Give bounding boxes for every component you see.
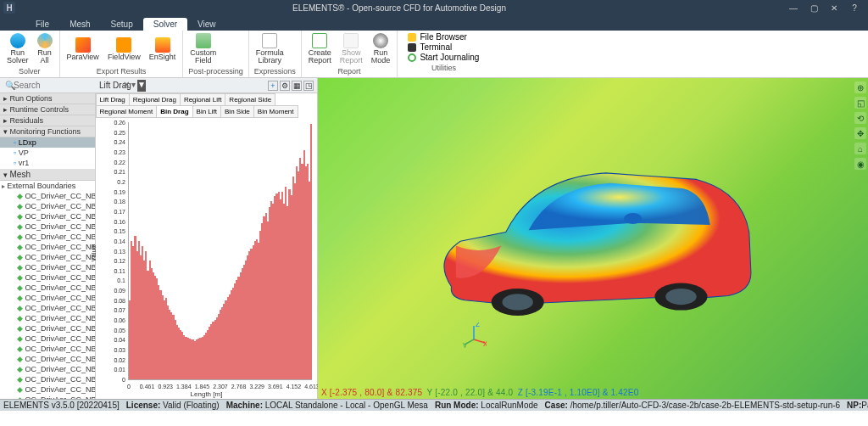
chart-area[interactable]: Value Length [m] 00.010.020.030.040.050.…	[96, 117, 317, 399]
tree-boundary-item[interactable]: OC_DrivAer_CC_NB_1	[0, 283, 95, 293]
ribbon-group-label: Utilities	[403, 64, 484, 74]
show-report-button[interactable]: Show Report	[338, 32, 364, 65]
tree-node-external-boundaries[interactable]: External Boundaries	[0, 181, 95, 191]
plot-settings-button[interactable]: ⚙	[280, 81, 290, 91]
paraview-icon	[75, 37, 91, 53]
tree-section[interactable]: ▾ Monitoring Functions	[0, 126, 95, 137]
show-report-icon	[343, 33, 359, 48]
run-all-button[interactable]: Run All	[36, 32, 54, 65]
file-browser-button[interactable]: File Browser	[408, 32, 479, 42]
plot-tab[interactable]: Bin Drag	[156, 105, 192, 118]
run-all-icon	[37, 33, 53, 48]
tree-boundary-item[interactable]: OC_DrivAer_CC_NB_1	[0, 384, 95, 395]
ribbon-group-label: Report	[307, 67, 392, 77]
tree-boundary-item[interactable]: OC_DrivAer_CC_NB_1	[0, 191, 95, 201]
tree-boundary-item[interactable]: OC_DrivAer_CC_NB_1	[0, 262, 95, 272]
pan-button[interactable]: ✥	[854, 127, 866, 139]
view-cube-button[interactable]: ◱	[854, 97, 866, 109]
tree-boundary-item[interactable]: OC_DrivAer_CC_NB_1	[0, 344, 95, 354]
tree-boundary-item[interactable]: OC_DrivAer_CC_NB_1	[0, 252, 95, 262]
menu-tab-setup[interactable]: Setup	[101, 18, 143, 31]
ribbon-group-report: Create Report Show Report Run Mode Repor…	[302, 31, 398, 77]
close-button[interactable]: ✕	[824, 3, 844, 13]
plot-add-button[interactable]: +	[268, 81, 278, 91]
plot-popout-button[interactable]: ◳	[303, 81, 314, 91]
svg-text:y: y	[463, 340, 467, 348]
clear-search-button[interactable]: ✕	[123, 80, 130, 92]
status-version: ELEMENTS v3.5.0 [20220415]	[3, 401, 120, 410]
main-area: ▸ Run Options▸ Runtime Controls▸ Residua…	[0, 78, 868, 399]
tree-boundary-item[interactable]: OC_DrivAer_CC_NB_1	[0, 313, 95, 323]
tree-section[interactable]: ▸ Run Options	[0, 93, 95, 104]
plot-layout-button[interactable]: ▦	[292, 81, 302, 91]
fieldview-button[interactable]: FieldView	[106, 36, 142, 62]
title-bar: H ELEMENTS® - Open-source CFD for Automo…	[0, 0, 868, 15]
start-journaling-button[interactable]: Start Journaling	[408, 53, 479, 62]
plot-tab[interactable]: Regional Moment	[96, 105, 158, 118]
tree-boundary-item[interactable]: OC_DrivAer_CC_NB_1	[0, 242, 95, 252]
plot-tab[interactable]: Bin Side	[220, 105, 254, 118]
menu-tab-view[interactable]: View	[187, 18, 226, 31]
tree-boundary-item[interactable]: OC_DrivAer_CC_NB_1	[0, 334, 95, 344]
plot-tab[interactable]: Regional Lift	[180, 93, 225, 106]
tree-boundary-item[interactable]: OC_DrivAer_CC_NB_1	[0, 272, 95, 283]
plot-tab[interactable]: Regional Drag	[129, 93, 181, 106]
plot-tab[interactable]: Regional Side	[225, 93, 275, 106]
tree-section[interactable]: ▸ Runtime Controls	[0, 104, 95, 115]
tree-boundary-item[interactable]: OC_DrivAer_CC_NB_1	[0, 293, 95, 303]
menu-tab-mesh[interactable]: Mesh	[59, 18, 100, 31]
menu-tab-solver[interactable]: Solver	[143, 18, 187, 31]
ensight-icon	[155, 37, 170, 53]
create-report-button[interactable]: Create Report	[307, 32, 333, 65]
chart-ylabel: Value	[90, 245, 97, 262]
svg-text:z: z	[476, 322, 480, 328]
menu-tab-file[interactable]: File	[25, 18, 59, 31]
custom-field-button[interactable]: Custom Field	[188, 32, 218, 65]
tree-section[interactable]: ▸ Residuals	[0, 115, 95, 126]
tree-boundary-item[interactable]: OC_DrivAer_CC_NB_1	[0, 303, 95, 313]
formula-library-button[interactable]: Formula Library	[254, 32, 286, 65]
svg-point-1	[502, 294, 532, 310]
ribbon-group-solver: Run Solver Run All Solver	[0, 31, 60, 77]
plot-tab[interactable]: Bin Moment	[253, 105, 298, 118]
chart-xlabel: Length [m]	[191, 390, 223, 398]
maximize-button[interactable]: ▢	[804, 3, 824, 13]
rotate-button[interactable]: ⟲	[854, 112, 866, 124]
ensight-button[interactable]: EnSight	[147, 36, 178, 62]
tree-boundary-item[interactable]: OC_DrivAer_CC_NB_1	[0, 201, 95, 211]
ribbon-group-export: ParaView FieldView EnSight Export Result…	[60, 31, 184, 77]
tree-item[interactable]: VP	[0, 148, 95, 158]
tree-item[interactable]: LDxp	[0, 137, 95, 148]
tree-boundary-item[interactable]: OC_DrivAer_CC_NB_1	[0, 232, 95, 242]
zoom-fit-button[interactable]: ⊕	[854, 81, 866, 93]
reset-view-button[interactable]: ⌂	[854, 143, 866, 154]
filter-button[interactable]: ▼	[137, 80, 146, 92]
run-mode-button[interactable]: Run Mode	[370, 32, 392, 65]
search-input[interactable]	[2, 80, 121, 92]
tree-item[interactable]: vr1	[0, 158, 95, 168]
tree-boundary-item[interactable]: OC_DrivAer_CC_NB_1	[0, 364, 95, 374]
minimize-button[interactable]: —	[783, 3, 804, 13]
plot-tab[interactable]: Bin Lift	[192, 105, 221, 118]
tree-boundary-item[interactable]: OC_DrivAer_CC_NB_1	[0, 221, 95, 232]
plot-tab[interactable]: Lift Drag	[96, 93, 130, 106]
snapshot-button[interactable]: ◉	[854, 158, 866, 170]
tree-boundary-item[interactable]: OC_DrivAer_CC_NB_1	[0, 395, 95, 399]
axis-triad: xyz	[461, 322, 487, 348]
run-solver-button[interactable]: Run Solver	[5, 32, 31, 65]
paraview-button[interactable]: ParaView	[65, 36, 101, 62]
ribbon-group-label: Post-processing	[188, 67, 243, 77]
ribbon-group-label: Solver	[5, 67, 54, 77]
tree-boundary-item[interactable]: OC_DrivAer_CC_NB_1	[0, 211, 95, 221]
terminal-button[interactable]: Terminal	[408, 42, 479, 52]
ribbon: Run Solver Run All Solver ParaView Field…	[0, 31, 868, 78]
tree-section-mesh[interactable]: ▾ Mesh	[0, 169, 95, 181]
dropdown-search-button[interactable]: ▾	[131, 80, 136, 92]
help-button[interactable]: ?	[844, 3, 865, 13]
tree-boundary-item[interactable]: OC_DrivAer_CC_NB_1	[0, 354, 95, 364]
model-tree[interactable]: ▸ Run Options▸ Runtime Controls▸ Residua…	[0, 78, 96, 399]
3d-viewport[interactable]: xyz ⊕ ◱ ⟲ ✥ ⌂ ◉ X [-2.375 , 80.0] & 82.3…	[318, 78, 868, 399]
plot-panel: Lift Drag + ⚙ ▦ ◳ Lift DragRegional Drag…	[96, 78, 318, 399]
tree-boundary-item[interactable]: OC_DrivAer_CC_NB_1	[0, 374, 95, 384]
tree-boundary-item[interactable]: OC_DrivAer_CC_NB_1	[0, 323, 95, 334]
